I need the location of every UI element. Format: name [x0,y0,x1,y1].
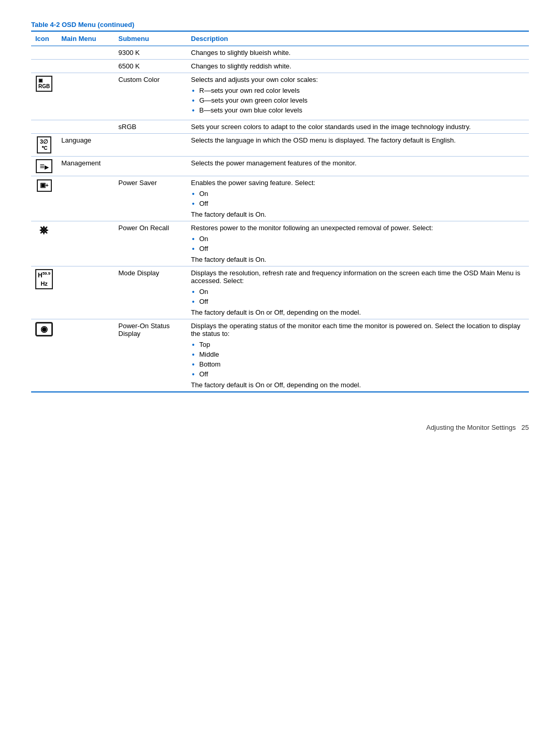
table-number: Table 4-2 [31,21,60,29]
table-row: ⛯ Power On Recall Restores power to the … [31,221,529,266]
mode-display-icon: H59.9 Hz [35,269,53,289]
col-header-submenu: Submenu [114,31,187,46]
submenu-cell: 9300 K [114,46,187,60]
desc-cell: Restores power to the monitor following … [187,221,529,266]
table-row: ≡▶ Management Selects the power manageme… [31,157,529,176]
submenu-cell: 6500 K [114,60,187,73]
table-title: Table 4-2 OSD Menu (continued) [31,21,529,29]
list-item: Top [191,340,525,349]
submenu-cell: Custom Color [114,73,187,120]
table-row: H59.9 Hz Mode Display Displays the resol… [31,266,529,319]
submenu-cell: sRGB [114,120,187,134]
osd-menu-table: Icon Main Menu Submenu Description 9300 … [31,31,529,392]
icon-cell: ▣ RGB [31,73,57,120]
icon-cell: H59.9 Hz [31,266,57,319]
table-row: sRGB Sets your screen colors to adapt to… [31,120,529,134]
table-title-suffix: OSD Menu (continued) [60,21,134,29]
main-menu-cell [57,266,114,319]
col-header-description: Description [187,31,529,46]
icon-cell: ▣+ [31,176,57,221]
col-header-icon: Icon [31,31,57,46]
desc-cell: Displays the resolution, refresh rate an… [187,266,529,319]
col-header-main-menu: Main Menu [57,31,114,46]
list-item: Bottom [191,359,525,369]
list-item: On [191,189,525,199]
submenu-cell [114,157,187,176]
table-row: ▣+ Power Saver Enables the power saving … [31,176,529,221]
table-row: 9300 K Changes to slightly blueish white… [31,46,529,60]
main-menu-cell [57,319,114,392]
bullet-list: Top Middle Bottom Off [191,340,525,379]
list-item: On [191,234,525,244]
icon-cell: ◉ [31,319,57,392]
language-icon: 3∅ ℃ [37,136,51,153]
icon-cell: ⛯ [31,221,57,266]
bullet-list: On Off [191,234,525,254]
list-item: G—sets your own green color levels [191,95,525,105]
desc-cell: Changes to slightly blueish white. [187,46,529,60]
desc-cell: Sets your screen colors to adapt to the … [187,120,529,134]
footer-page: 25 [522,424,529,431]
list-item: Off [191,297,525,306]
list-item: R—sets your own red color levels [191,86,525,95]
main-menu-cell [57,176,114,221]
bullet-list: On Off [191,189,525,208]
list-item: B—sets your own blue color levels [191,105,525,115]
main-menu-cell [57,120,114,134]
bullet-list: R—sets your own red color levels G—sets … [191,86,525,115]
list-item: On [191,287,525,297]
desc-cell: Selects the power management features of… [187,157,529,176]
main-menu-cell: Language [57,134,114,157]
main-menu-cell [57,73,114,120]
main-menu-cell [57,221,114,266]
list-item: Off [191,199,525,208]
submenu-cell: Power-On Status Display [114,319,187,392]
power-on-recall-icon: ⛯ [38,224,50,237]
submenu-cell: Mode Display [114,266,187,319]
management-icon: ≡▶ [36,159,52,173]
footer-text: Adjusting the Monitor Settings [426,424,516,431]
desc-cell: Selects the language in which the OSD me… [187,134,529,157]
bullet-list: On Off [191,287,525,306]
icon-cell: 3∅ ℃ [31,134,57,157]
submenu-cell: Power On Recall [114,221,187,266]
table-row: 6500 K Changes to slightly reddish white… [31,60,529,73]
rgb-icon: ▣ RGB [36,76,52,92]
desc-cell: Enables the power saving feature. Select… [187,176,529,221]
main-menu-cell: Management [57,157,114,176]
submenu-cell [114,134,187,157]
main-menu-cell [57,60,114,73]
table-row: ◉ Power-On Status Display Displays the o… [31,319,529,392]
submenu-cell: Power Saver [114,176,187,221]
desc-cell: Displays the operating status of the mon… [187,319,529,392]
list-item: Off [191,244,525,254]
icon-cell: ≡▶ [31,157,57,176]
table-row: 3∅ ℃ Language Selects the language in wh… [31,134,529,157]
main-menu-cell [57,46,114,60]
icon-cell [31,46,57,60]
desc-cell: Changes to slightly reddish white. [187,60,529,73]
page-footer: Adjusting the Monitor Settings 25 [31,424,529,431]
list-item: Off [191,369,525,379]
power-saver-icon: ▣+ [37,179,52,192]
power-on-status-icon: ◉ [35,322,53,336]
list-item: Middle [191,349,525,359]
icon-cell [31,120,57,134]
table-row: ▣ RGB Custom Color Selects and adjusts y… [31,73,529,120]
icon-cell [31,60,57,73]
desc-cell: Selects and adjusts your own color scale… [187,73,529,120]
